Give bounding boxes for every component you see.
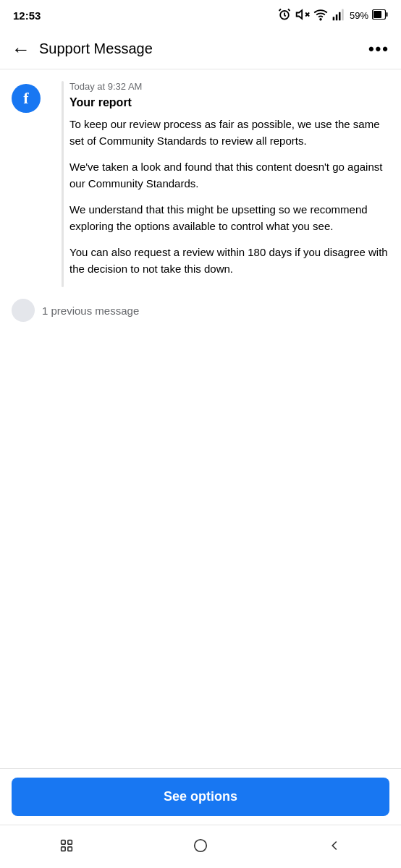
status-time: 12:53 (13, 9, 41, 22)
battery-percentage: 59% (350, 10, 368, 21)
svg-rect-16 (62, 846, 66, 851)
android-nav-bar (0, 825, 401, 868)
status-bar: 12:53 (0, 0, 401, 29)
message-paragraph-1: To keep our review process as fair as po… (69, 116, 389, 149)
more-options-button[interactable]: ••• (368, 40, 389, 59)
wifi-icon (313, 7, 328, 24)
message-paragraph-2: We've taken a look and found that this c… (69, 159, 389, 192)
signal-icon (332, 7, 346, 24)
message-timestamp: Today at 9:32 AM (69, 81, 389, 92)
recents-icon[interactable] (59, 838, 75, 856)
mute-icon (295, 7, 310, 24)
prev-message-label: 1 previous message (42, 305, 139, 317)
message-paragraph-4: You can also request a review within 180… (69, 244, 389, 277)
status-icons: 59% (277, 7, 388, 24)
bottom-action-area: See options (0, 768, 401, 825)
svg-rect-8 (336, 14, 338, 20)
message-body: Today at 9:32 AM Your report To keep our… (69, 81, 389, 287)
facebook-logo: f (23, 90, 28, 106)
message-container: f Today at 9:32 AM Your report To keep o… (12, 81, 389, 287)
svg-rect-13 (387, 12, 388, 17)
svg-rect-10 (342, 9, 344, 20)
svg-line-1 (279, 9, 281, 11)
message-line (62, 81, 64, 287)
alarm-icon (277, 7, 292, 24)
back-button[interactable]: ← (12, 40, 30, 59)
nav-bar: ← Support Message ••• (0, 29, 401, 69)
see-options-button[interactable]: See options (12, 778, 389, 816)
previous-message[interactable]: 1 previous message (12, 299, 389, 322)
svg-rect-7 (333, 17, 335, 20)
svg-line-2 (288, 9, 290, 11)
svg-rect-15 (68, 840, 72, 844)
home-icon[interactable] (193, 838, 208, 856)
svg-marker-3 (297, 10, 303, 19)
battery-icon (372, 9, 388, 22)
svg-point-6 (320, 18, 321, 20)
page-title: Support Message (39, 41, 368, 57)
message-with-line: Today at 9:32 AM Your report To keep our… (48, 81, 389, 287)
svg-rect-14 (62, 840, 66, 844)
message-paragraph-3: We understand that this might be upsetti… (69, 202, 389, 234)
svg-point-18 (195, 839, 207, 851)
prev-avatar (12, 299, 35, 322)
chat-area: f Today at 9:32 AM Your report To keep o… (0, 69, 401, 752)
message-title: Your report (69, 96, 389, 109)
back-nav-icon[interactable] (326, 838, 342, 856)
svg-rect-17 (68, 846, 72, 851)
svg-rect-9 (339, 12, 341, 20)
facebook-avatar: f (12, 84, 41, 113)
svg-rect-12 (373, 11, 381, 18)
